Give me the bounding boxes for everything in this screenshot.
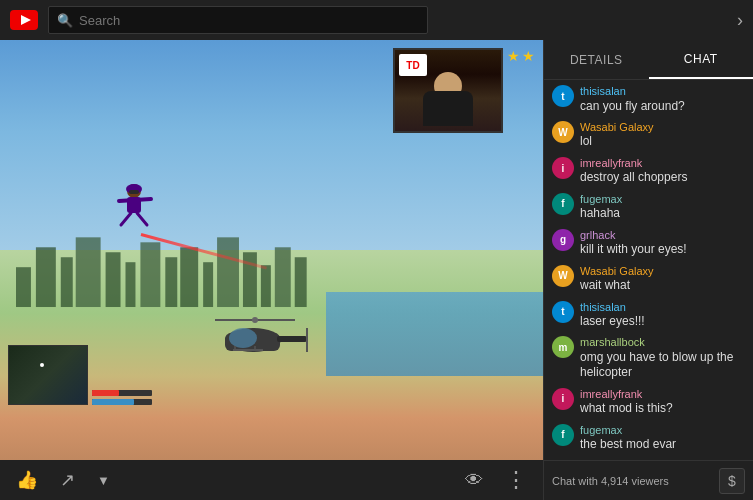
health-fill: [92, 390, 119, 396]
chat-message: m marshallbock omg you have to blow up t…: [544, 332, 753, 383]
chat-username: imreallyfrank: [580, 387, 745, 401]
svg-rect-7: [126, 262, 136, 307]
chat-content: marshallbock omg you have to blow up the…: [580, 335, 745, 380]
svg-rect-5: [76, 237, 101, 307]
chat-message: W Wasabi Galaxy wait what: [544, 261, 753, 297]
chat-text: hahaha: [580, 206, 745, 222]
chat-message: f fugemax the best mod evar: [544, 420, 753, 456]
chat-content: fugemax the best mod evar: [580, 423, 745, 453]
menu-button[interactable]: ⋮: [501, 463, 531, 497]
svg-rect-6: [106, 252, 121, 307]
helicopter: [195, 308, 315, 368]
star-6: ★: [522, 48, 535, 64]
watch-button[interactable]: 👁: [461, 466, 487, 495]
chat-message: W Wasabi Galaxy lol: [544, 117, 753, 153]
svg-rect-11: [203, 262, 213, 307]
chat-username: thisisalan: [580, 84, 745, 98]
svg-rect-10: [181, 247, 199, 307]
chat-username: Wasabi Galaxy: [580, 120, 745, 134]
dollar-button[interactable]: $: [719, 468, 745, 494]
chat-username: imreallyfrank: [580, 156, 745, 170]
share-button[interactable]: ↗: [56, 465, 79, 495]
chat-message: i imreallyfrank what mod is this?: [544, 384, 753, 420]
person-body: [423, 91, 473, 126]
chat-tabs: DETAILS CHAT: [544, 40, 753, 80]
water-bg: [326, 292, 543, 376]
chat-text: lol: [580, 134, 745, 150]
tab-chat[interactable]: CHAT: [649, 40, 754, 79]
video-container[interactable]: ★ ★ ★ ★ ★ ★: [0, 40, 543, 460]
armor-bar: [92, 399, 152, 405]
search-input[interactable]: [79, 13, 419, 28]
svg-rect-4: [61, 257, 73, 307]
chat-content: Wasabi Galaxy wait what: [580, 264, 745, 294]
chat-username: fugemax: [580, 423, 745, 437]
chat-message: g grlhack kill it with your eyes!: [544, 225, 753, 261]
chat-username: grlhack: [580, 228, 745, 242]
chat-username: Wasabi Galaxy: [580, 264, 745, 278]
health-bar: [92, 390, 152, 396]
chat-content: Wasabi Galaxy lol: [580, 120, 745, 150]
svg-rect-22: [277, 336, 307, 342]
search-icon: 🔍: [57, 13, 73, 28]
chat-content: fugemax hahaha: [580, 192, 745, 222]
chat-avatar: m: [552, 336, 574, 358]
svg-rect-9: [166, 257, 178, 307]
chat-message: t thisisalan can you fly around?: [544, 81, 753, 117]
svg-rect-2: [16, 267, 31, 307]
svg-line-31: [119, 199, 151, 201]
chat-message: i imreallyfrank destroy all choppers: [544, 153, 753, 189]
chat-avatar: i: [552, 388, 574, 410]
chat-message: f fugemax hahaha: [544, 189, 753, 225]
chat-avatar: i: [552, 157, 574, 179]
chat-content: imreallyfrank destroy all choppers: [580, 156, 745, 186]
chat-username: thisisalan: [580, 300, 745, 314]
webcam-person: TD: [395, 50, 501, 131]
svg-rect-14: [261, 265, 271, 307]
chat-avatar: t: [552, 85, 574, 107]
chat-avatar: W: [552, 121, 574, 143]
svg-point-18: [252, 317, 258, 323]
chat-avatar: f: [552, 424, 574, 446]
chat-text: omg you have to blow up the helicopter: [580, 350, 745, 381]
svg-rect-12: [217, 237, 239, 307]
chat-text: kill it with your eyes!: [580, 242, 745, 258]
chat-text: the best mod evar: [580, 437, 745, 453]
chat-content: imreallyfrank what mod is this?: [580, 387, 745, 417]
webcam-logo: TD: [399, 54, 427, 76]
search-bar[interactable]: 🔍: [48, 6, 428, 34]
header-nav: ›: [737, 10, 743, 31]
chat-avatar: t: [552, 301, 574, 323]
chat-avatar: f: [552, 193, 574, 215]
game-scene: ★ ★ ★ ★ ★ ★: [0, 40, 543, 460]
video-section: ★ ★ ★ ★ ★ ★: [0, 40, 543, 500]
chat-message: t thisisalan laser eyes!!!: [544, 297, 753, 333]
svg-rect-8: [141, 242, 161, 307]
minimap: [8, 345, 88, 405]
chat-username: fugemax: [580, 192, 745, 206]
chat-content: thisisalan can you fly around?: [580, 84, 745, 114]
video-controls: 👍 ↗ ▼ 👁 ⋮: [0, 460, 543, 500]
minimap-inner: [9, 346, 87, 404]
chat-text: can you fly around?: [580, 99, 745, 115]
viewers-count: Chat with 4,914 viewers: [552, 475, 711, 487]
more-button[interactable]: ▼: [93, 469, 114, 492]
svg-point-21: [229, 328, 257, 348]
chat-username: marshallbock: [580, 335, 745, 349]
svg-rect-3: [36, 247, 56, 307]
chat-text: destroy all choppers: [580, 170, 745, 186]
svg-rect-16: [295, 257, 307, 307]
main-content: ★ ★ ★ ★ ★ ★: [0, 40, 753, 500]
chat-messages[interactable]: W Wasabi Galaxy superhero mods lol t thi…: [544, 80, 753, 460]
chat-panel: DETAILS CHAT W Wasabi Galaxy superhero m…: [543, 40, 753, 500]
hud-bars: [92, 390, 152, 405]
youtube-logo[interactable]: [10, 10, 38, 30]
minimap-dot: [40, 363, 44, 367]
svg-rect-15: [275, 247, 291, 307]
chat-text: wait what: [580, 278, 745, 294]
chat-content: thisisalan laser eyes!!!: [580, 300, 745, 330]
chat-avatar: g: [552, 229, 574, 251]
chevron-right-icon[interactable]: ›: [737, 10, 743, 31]
like-button[interactable]: 👍: [12, 465, 42, 495]
tab-details[interactable]: DETAILS: [544, 40, 649, 79]
